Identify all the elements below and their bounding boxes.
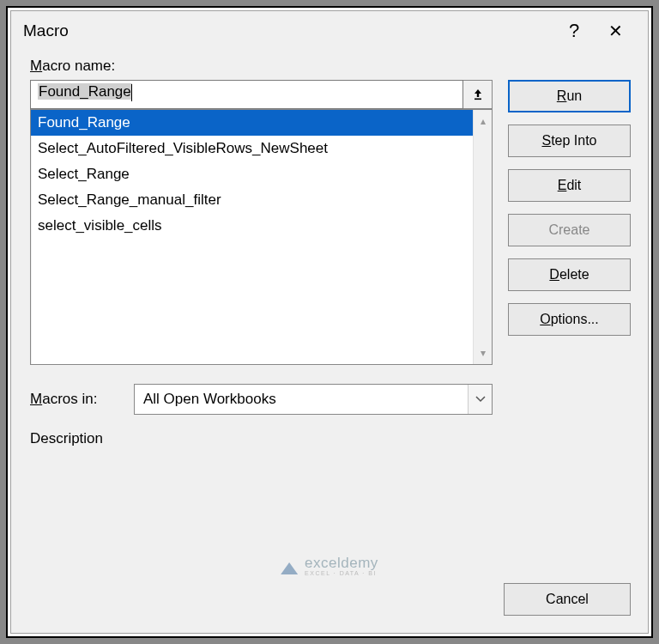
create-button: Create bbox=[508, 214, 631, 246]
svg-rect-0 bbox=[475, 99, 481, 100]
titlebar: Macro ? ✕ bbox=[11, 11, 648, 49]
dropdown-selected: All Open Workbooks bbox=[143, 391, 468, 408]
step-into-button[interactable]: Step Into bbox=[508, 125, 631, 157]
list-item[interactable]: Select_Range bbox=[31, 161, 473, 187]
macros-in-label: Macros in: bbox=[30, 391, 120, 408]
list-item[interactable]: Found_Range bbox=[31, 110, 473, 136]
main-row: Found_Range Found_Range Select_Au bbox=[30, 80, 631, 447]
description-label: Description bbox=[30, 430, 493, 447]
macro-listbox[interactable]: Found_Range Select_AutoFiltered_VisibleR… bbox=[30, 109, 493, 365]
text-cursor bbox=[131, 84, 132, 101]
list-item[interactable]: Select_AutoFiltered_VisibleRows_NewSheet bbox=[31, 136, 473, 161]
list-item[interactable]: Select_Range_manual_filter bbox=[31, 187, 473, 213]
listbox-scrollbar[interactable]: ▴ ▾ bbox=[473, 110, 492, 364]
bottom-button-row: Cancel bbox=[11, 583, 648, 633]
list-item[interactable]: select_visible_cells bbox=[31, 213, 473, 239]
watermark: exceldemy EXCEL · DATA · BI bbox=[281, 556, 378, 576]
watermark-icon bbox=[281, 557, 298, 574]
outer-frame: Macro ? ✕ Macro name: Found_Range bbox=[6, 6, 653, 638]
left-column: Found_Range Found_Range Select_Au bbox=[30, 80, 493, 447]
dialog-title: Macro bbox=[23, 21, 553, 40]
options-button[interactable]: Options... bbox=[508, 303, 631, 336]
run-button[interactable]: Run bbox=[508, 80, 631, 112]
macro-dialog: Macro ? ✕ Macro name: Found_Range bbox=[10, 10, 649, 634]
edit-button[interactable]: Edit bbox=[508, 169, 631, 202]
scroll-up-icon[interactable]: ▴ bbox=[474, 115, 492, 127]
scroll-down-icon[interactable]: ▾ bbox=[474, 347, 492, 359]
macros-in-row: Macros in: All Open Workbooks bbox=[30, 384, 493, 415]
macro-name-row: Found_Range bbox=[30, 80, 493, 109]
dialog-content: Macro name: Found_Range bbox=[11, 49, 648, 583]
macro-list-items: Found_Range Select_AutoFiltered_VisibleR… bbox=[31, 110, 473, 364]
collapse-icon bbox=[472, 88, 484, 101]
chevron-down-icon bbox=[468, 385, 492, 414]
close-button[interactable]: ✕ bbox=[595, 21, 636, 41]
macro-name-label: Macro name: bbox=[30, 58, 631, 75]
macro-name-input[interactable]: Found_Range bbox=[30, 80, 463, 109]
help-button[interactable]: ? bbox=[553, 20, 595, 42]
collapse-range-button[interactable] bbox=[463, 80, 493, 109]
cancel-button[interactable]: Cancel bbox=[504, 583, 631, 616]
button-column: Run Step Into Edit Create Delete bbox=[508, 80, 631, 447]
macros-in-dropdown[interactable]: All Open Workbooks bbox=[134, 384, 493, 415]
delete-button[interactable]: Delete bbox=[508, 258, 631, 291]
